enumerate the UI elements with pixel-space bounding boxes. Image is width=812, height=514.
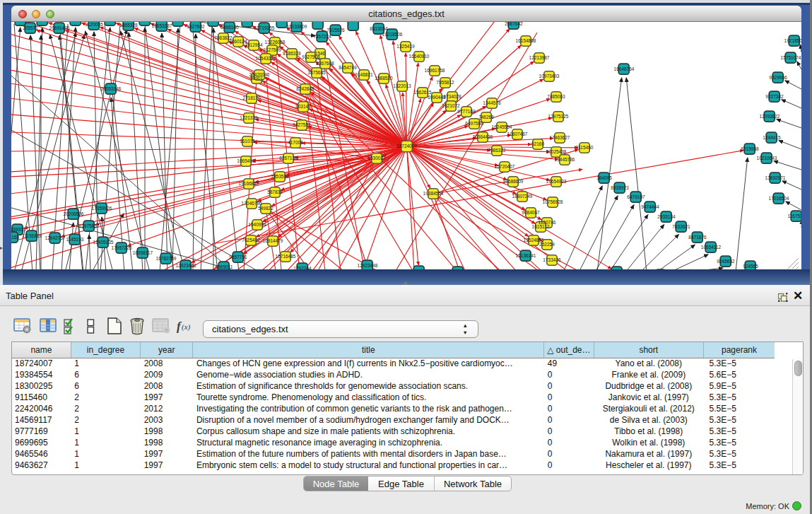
svg-text:6466160: 6466160 — [220, 25, 239, 30]
svg-text:9265011: 9265011 — [216, 264, 233, 269]
svg-text:1145193: 1145193 — [66, 237, 84, 242]
svg-text:18724007: 18724007 — [396, 144, 417, 148]
svg-text:9329966: 9329966 — [769, 75, 787, 80]
svg-text:20691406: 20691406 — [49, 25, 70, 30]
svg-text:1540994: 1540994 — [248, 222, 266, 227]
svg-text:18807249: 18807249 — [512, 194, 533, 199]
svg-text:39155: 39155 — [11, 235, 19, 240]
svg-text:19218506: 19218506 — [784, 38, 801, 43]
svg-text:8215958: 8215958 — [741, 146, 759, 151]
svg-text:803144: 803144 — [295, 104, 311, 109]
svg-text:12093822: 12093822 — [760, 114, 780, 119]
svg-text:16958117: 16958117 — [133, 250, 153, 255]
svg-text:8267130: 8267130 — [279, 156, 298, 160]
svg-text:587832: 587832 — [267, 189, 283, 194]
svg-text:924565: 924565 — [743, 264, 758, 269]
svg-text:1530027: 1530027 — [367, 156, 386, 160]
svg-text:1546: 1546 — [315, 51, 326, 56]
svg-text:417006: 417006 — [288, 140, 303, 145]
svg-text:13692971: 13692971 — [765, 175, 786, 180]
svg-text:1733426: 1733426 — [543, 257, 561, 262]
svg-text:10807487: 10807487 — [507, 132, 528, 136]
svg-text:9120055: 9120055 — [85, 22, 103, 27]
svg-text:12923448: 12923448 — [176, 263, 196, 268]
svg-text:20053346: 20053346 — [101, 86, 122, 91]
svg-text:1244415: 1244415 — [763, 135, 781, 140]
svg-text:12213987: 12213987 — [529, 55, 550, 60]
svg-text:17359926: 17359926 — [92, 206, 112, 211]
svg-text:10756928: 10756928 — [543, 199, 563, 204]
svg-text:10688609: 10688609 — [503, 179, 524, 184]
svg-text:9734028: 9734028 — [443, 94, 461, 99]
svg-text:1325419: 1325419 — [396, 44, 415, 49]
svg-text:549822: 549822 — [258, 206, 273, 211]
svg-text:20364436: 20364436 — [473, 134, 493, 139]
svg-text:1621072: 1621072 — [442, 103, 460, 108]
svg-text:1344578: 1344578 — [483, 100, 501, 105]
svg-text:3912954: 3912954 — [245, 42, 263, 47]
svg-text:19166827: 19166827 — [239, 181, 259, 186]
svg-text:2718170: 2718170 — [242, 95, 261, 100]
svg-text:10975857: 10975857 — [79, 223, 100, 228]
svg-text:7955812: 7955812 — [436, 80, 454, 85]
svg-text:7485063: 7485063 — [547, 94, 565, 99]
svg-text:12923448: 12923448 — [358, 263, 378, 268]
svg-text:746266: 746266 — [478, 115, 494, 119]
svg-text:939001: 939001 — [11, 227, 25, 232]
svg-text:19384554: 19384554 — [423, 191, 444, 196]
svg-text:16245554: 16245554 — [492, 124, 512, 129]
svg-text:13975125: 13975125 — [548, 114, 569, 119]
svg-text:9146821: 9146821 — [355, 72, 373, 77]
svg-text:16640910: 16640910 — [409, 54, 430, 59]
svg-text:10719155: 10719155 — [254, 25, 275, 30]
svg-text:16033809: 16033809 — [287, 24, 307, 29]
svg-text:9474444: 9474444 — [641, 204, 659, 209]
svg-text:2367608: 2367608 — [316, 61, 334, 66]
svg-text:19654923: 19654923 — [546, 179, 567, 184]
svg-text:15136141: 15136141 — [516, 253, 536, 258]
svg-text:9245652: 9245652 — [717, 259, 735, 264]
svg-text:13226058: 13226058 — [265, 40, 286, 45]
svg-text:2087642: 2087642 — [505, 22, 523, 26]
svg-text:10654112: 10654112 — [701, 245, 722, 250]
svg-text:1562615: 1562615 — [413, 90, 432, 95]
svg-text:8454749: 8454749 — [339, 65, 357, 70]
svg-text:16782759: 16782759 — [156, 256, 177, 261]
svg-text:9657791: 9657791 — [229, 255, 247, 259]
svg-text:11156819: 11156819 — [22, 233, 42, 238]
svg-text:6479197: 6479197 — [627, 194, 645, 199]
svg-text:10973493: 10973493 — [539, 74, 560, 78]
svg-text:16648764: 16648764 — [614, 66, 635, 71]
svg-text:23420046: 23420046 — [249, 72, 270, 77]
svg-text:1065493: 1065493 — [237, 158, 255, 163]
svg-text:15720407: 15720407 — [495, 164, 515, 169]
svg-text:15751074: 15751074 — [781, 55, 801, 60]
svg-text:1615112: 1615112 — [532, 224, 550, 229]
svg-text:10025438: 10025438 — [546, 149, 567, 154]
svg-text:7986322: 7986322 — [488, 148, 506, 153]
svg-text:9115460: 9115460 — [576, 145, 594, 150]
svg-text:6497568: 6497568 — [465, 121, 483, 126]
svg-text:17046796: 17046796 — [242, 201, 262, 206]
svg-text:16961758: 16961758 — [425, 68, 445, 73]
svg-text:161075: 161075 — [240, 139, 255, 144]
svg-text:8242848: 8242848 — [296, 86, 314, 91]
svg-text:8813054: 8813054 — [370, 26, 388, 31]
svg-text:12905135: 12905135 — [93, 240, 114, 245]
svg-text:8471676: 8471676 — [688, 235, 707, 240]
svg-text:252254: 252254 — [539, 242, 555, 247]
svg-text:1167533: 1167533 — [788, 214, 801, 218]
svg-text:164095: 164095 — [596, 175, 612, 180]
svg-text:1322013: 1322013 — [393, 83, 411, 88]
svg-text:8938923: 8938923 — [611, 185, 629, 190]
svg-text:2935134: 2935134 — [657, 214, 676, 219]
svg-text:17463627: 17463627 — [550, 135, 570, 140]
svg-text:17016504: 17016504 — [769, 196, 789, 201]
svg-text:(x): (x) — [182, 322, 191, 332]
svg-text:9777169: 9777169 — [457, 109, 476, 114]
svg-text:7515526: 7515526 — [326, 28, 345, 33]
svg-text:1527602: 1527602 — [187, 24, 205, 29]
svg-text:62160: 62160 — [531, 141, 544, 146]
svg-text:1865328: 1865328 — [119, 23, 138, 28]
svg-text:7632621: 7632621 — [672, 224, 690, 229]
